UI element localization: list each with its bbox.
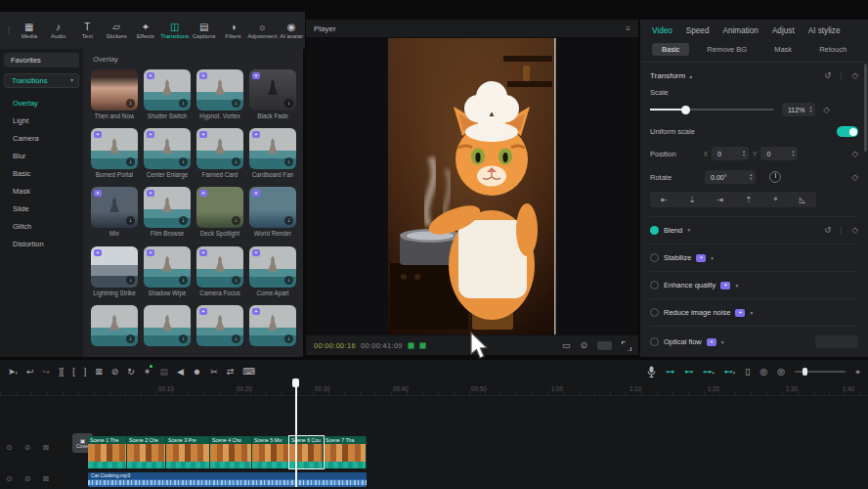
- stepper-icon[interactable]: ▲▼: [742, 150, 746, 157]
- transition-thumbnail[interactable]: ✦ ↓: [196, 305, 243, 346]
- transition-thumbnail[interactable]: ✦ ↓: [249, 187, 296, 228]
- hide-track-icon[interactable]: ⊙: [6, 443, 13, 452]
- video-clip[interactable]: Scene 1 The: [88, 436, 127, 468]
- app-menu-icon[interactable]: ⋮: [4, 25, 14, 35]
- download-icon[interactable]: ↓: [179, 334, 188, 343]
- download-icon[interactable]: ↓: [284, 157, 293, 166]
- timeline-tool-icon[interactable]: ◀: [177, 367, 184, 378]
- checkbox[interactable]: [650, 337, 659, 346]
- video-preview[interactable]: [388, 38, 556, 334]
- transition-thumbnail[interactable]: ✦ ↓: [91, 69, 138, 111]
- video-clip[interactable]: Scene 2 Che: [127, 436, 166, 468]
- transition-item[interactable]: ✦ ↓ Shutter Switch: [144, 69, 191, 123]
- chevron-down-icon[interactable]: ▾: [735, 283, 738, 289]
- timeline-tool-icon[interactable]: ✂: [210, 367, 218, 378]
- transition-thumbnail[interactable]: ✦ ↓: [196, 128, 243, 169]
- audio-clip[interactable]: Cat Cooking.mp3: [88, 472, 367, 487]
- quality-selector[interactable]: [597, 341, 612, 350]
- player-stage[interactable]: [306, 37, 638, 335]
- timeline-tool-icon[interactable]: ✶: [144, 367, 152, 378]
- timeline-toggle-icon[interactable]: ⊷▾: [724, 367, 736, 378]
- uniform-scale-toggle[interactable]: [837, 126, 858, 137]
- reset-icon[interactable]: ↺: [824, 225, 831, 235]
- download-icon[interactable]: ↓: [179, 216, 188, 225]
- align-icon[interactable]: ⇡: [745, 196, 752, 204]
- inspector-tab[interactable]: Video: [652, 26, 673, 35]
- topbar-item[interactable]: ◉ AI avatar: [278, 22, 305, 39]
- timeline-tool-icon[interactable]: ⊘: [111, 367, 119, 378]
- transition-item[interactable]: ✦ ↓ Shadow Wipe: [144, 246, 191, 300]
- favorites-button[interactable]: Favorites: [4, 53, 79, 67]
- transition-thumbnail[interactable]: ✦ ↓: [196, 246, 243, 288]
- align-icon[interactable]: ◺: [800, 196, 805, 204]
- timeline-zoom-slider[interactable]: [795, 371, 846, 373]
- playhead[interactable]: [295, 379, 297, 487]
- transition-item[interactable]: ✦ ↓ Camera Focus: [196, 246, 243, 300]
- timeline-tool-icon[interactable]: ⌨: [242, 367, 255, 378]
- timeline-tool-icon[interactable]: ▤: [159, 367, 168, 378]
- transition-item[interactable]: ✦ ↓: [249, 305, 296, 357]
- topbar-item[interactable]: ◫ Transitions: [161, 22, 189, 39]
- inspector-subtab[interactable]: Remove BG: [697, 43, 757, 56]
- inspector-subtab[interactable]: Retouch: [809, 43, 856, 56]
- transition-thumbnail[interactable]: ✦ ↓: [144, 187, 191, 228]
- transition-thumbnail[interactable]: ✦ ↓: [91, 187, 138, 228]
- checkbox[interactable]: [650, 253, 659, 262]
- sidebar-item[interactable]: Light: [4, 111, 79, 129]
- keyframe-icon[interactable]: ◇: [851, 149, 858, 158]
- timeline-toggle-icon[interactable]: ◎: [760, 367, 767, 378]
- transition-item[interactable]: ✦ ↓ Hypnot. Vortex: [196, 69, 243, 123]
- lock-track-icon[interactable]: ⊠: [42, 443, 49, 452]
- download-icon[interactable]: ↓: [179, 276, 188, 285]
- lock-track-icon[interactable]: ⊠: [42, 474, 49, 483]
- stepper-icon[interactable]: ▲▼: [808, 106, 812, 113]
- timeline-tool-icon[interactable]: ↻: [127, 367, 135, 378]
- video-clip[interactable]: Scene 7 Tha: [324, 436, 367, 468]
- fullscreen-icon[interactable]: [622, 341, 630, 350]
- topbar-item[interactable]: ☼ Adjustment: [248, 22, 276, 39]
- transition-thumbnail[interactable]: ✦ ↓: [249, 128, 296, 169]
- scrollbar[interactable]: [864, 64, 867, 152]
- video-clip[interactable]: Scene 4 Cho: [210, 436, 252, 468]
- inspector-tab[interactable]: Speed: [686, 26, 710, 35]
- sidebar-item[interactable]: Overlay: [4, 94, 79, 111]
- focus-icon[interactable]: ⊙: [580, 340, 587, 350]
- position-y-box[interactable]: 0 ▲▼: [760, 147, 798, 160]
- download-icon[interactable]: ↓: [126, 276, 135, 285]
- inspector-toggle-row[interactable]: Reduce image noise ✦ ▾: [650, 298, 858, 317]
- timeline-tool-icon[interactable]: ⊠: [95, 367, 103, 378]
- rotate-dial[interactable]: [769, 171, 781, 183]
- download-icon[interactable]: ↓: [232, 99, 240, 108]
- download-icon[interactable]: ↓: [284, 276, 293, 285]
- transition-item[interactable]: ✦ ↓: [144, 305, 191, 357]
- transition-item[interactable]: ✦ ↓ World Render: [249, 187, 296, 241]
- ratio-icon[interactable]: ▭: [562, 340, 571, 350]
- transition-item[interactable]: ✦ ↓ Then and Now: [91, 69, 138, 123]
- chevron-down-icon[interactable]: ▾: [750, 310, 753, 316]
- topbar-item[interactable]: ▱ Stickers: [103, 22, 130, 39]
- topbar-item[interactable]: ▤ Captions: [191, 22, 218, 39]
- download-icon[interactable]: ↓: [126, 216, 135, 225]
- zoom-fit-icon[interactable]: ⌖: [855, 367, 860, 377]
- transition-thumbnail[interactable]: ✦ ↓: [144, 69, 191, 111]
- position-x-box[interactable]: 0 ▲▼: [712, 147, 749, 160]
- transition-item[interactable]: ✦ ↓: [91, 305, 138, 357]
- transition-item[interactable]: ✦ ↓ Cardboard Fan: [249, 128, 296, 182]
- scale-slider[interactable]: [650, 109, 774, 111]
- player-menu-icon[interactable]: ≡: [626, 24, 630, 33]
- inspector-tab[interactable]: AI stylize: [808, 26, 841, 35]
- align-icon[interactable]: ⇣: [689, 196, 696, 204]
- inspector-toggle-row[interactable]: Enhance quality ✦ ▾: [650, 271, 858, 289]
- chevron-down-icon[interactable]: ▾: [687, 227, 690, 233]
- transition-thumbnail[interactable]: ✦ ↓: [91, 128, 138, 169]
- blend-enabled-icon[interactable]: [650, 226, 659, 235]
- transition-item[interactable]: ✦ ↓ Deck Spotlight: [196, 187, 243, 241]
- download-icon[interactable]: ↓: [126, 157, 135, 166]
- download-icon[interactable]: ↓: [232, 157, 240, 166]
- download-icon[interactable]: ↓: [284, 334, 293, 343]
- timeline-toggle-icon[interactable]: ⊶▾: [703, 367, 715, 378]
- transition-thumbnail[interactable]: ✦ ↓: [144, 305, 191, 346]
- inspector-tab[interactable]: Adjust: [772, 26, 795, 35]
- sidebar-item[interactable]: Blur: [4, 147, 79, 164]
- timeline-tool-icon[interactable]: ➤▾: [8, 367, 18, 378]
